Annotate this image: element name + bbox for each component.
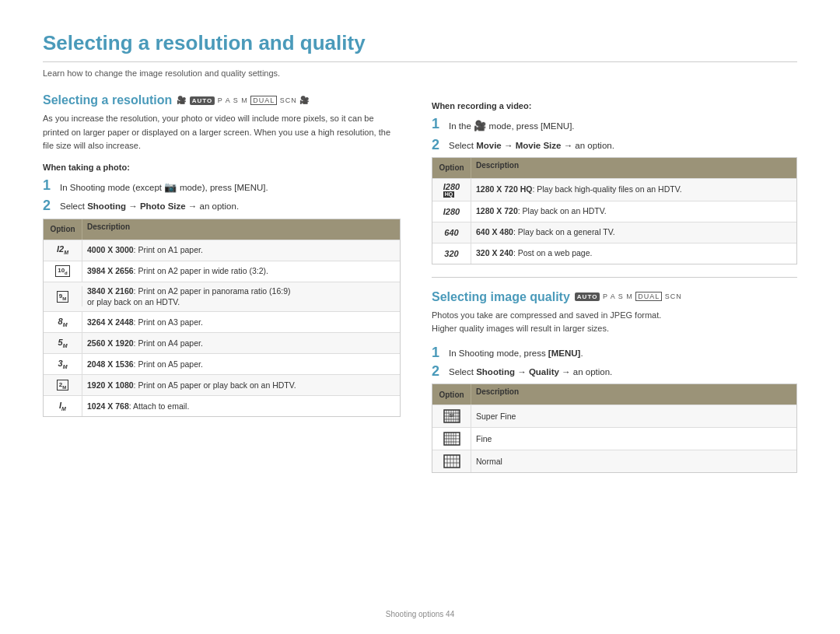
header-desc: Description <box>82 219 400 240</box>
header-option: Option <box>44 219 82 240</box>
resolution-description: As you increase the resolution, your pho… <box>43 112 401 153</box>
table-row: Fine <box>432 427 796 450</box>
table-row: 9M 3840 X 2160: Print on A2 paper in pan… <box>44 282 400 311</box>
camera-icon: 📷 <box>164 181 180 193</box>
table-row: Normal <box>432 450 796 472</box>
table-header: Option Description <box>432 158 796 178</box>
page: Selecting a resolution and quality Learn… <box>0 0 840 634</box>
table-row: I280 HQ 1280 X 720 HQ: Play back high-qu… <box>432 178 796 201</box>
page-footer: Shooting options 44 <box>0 610 840 618</box>
left-column: Selecting a resolution 🎥 AUTO P A S M DU… <box>43 93 401 473</box>
quality-section-title: Selecting image quality AUTO P A S M DUA… <box>432 290 797 304</box>
table-row: 640 640 X 480: Play back on a general TV… <box>432 222 796 243</box>
section-divider <box>432 277 797 278</box>
when-photo-label: When taking a photo: <box>43 163 401 172</box>
photo-size-table: Option Description I2M 4000 X 3000: Prin… <box>43 219 401 417</box>
step2-video: 2 Select Movie → Movie Size → an option. <box>432 138 797 152</box>
table-header: Option Description <box>432 384 796 405</box>
svg-rect-20 <box>444 455 460 468</box>
svg-text:SF: SF <box>449 413 453 418</box>
video-camera-icon: 🎥 <box>474 120 489 131</box>
step2-quality: 2 Select Shooting → Quality → an option. <box>432 364 797 379</box>
table-row: 5M 2560 X 1920: Print on A4 paper. <box>44 332 400 353</box>
table-row: SF Super Fine <box>432 405 796 427</box>
step1-quality: 1 In Shooting mode, press [MENU]. <box>432 345 797 360</box>
table-row: 320 320 X 240: Post on a web page. <box>432 243 796 264</box>
page-subtitle: Learn how to change the image resolution… <box>43 68 797 78</box>
table-row: 10d 3984 X 2656: Print on A2 paper in wi… <box>44 261 400 282</box>
resolution-section-title: Selecting a resolution 🎥 AUTO P A S M DU… <box>43 93 401 107</box>
table-row: 3M 2048 X 1536: Print on A5 paper. <box>44 353 400 374</box>
table-row: 2M 1920 X 1080: Print on A5 paper or pla… <box>44 374 400 395</box>
table-row: I280 1280 X 720: Play back on an HDTV. <box>432 201 796 222</box>
step1-video: 1 In the 🎥 mode, press [MENU]. <box>432 117 797 134</box>
table-header: Option Description <box>44 219 400 240</box>
table-row: 8M 3264 X 2448: Print on A3 paper. <box>44 311 400 332</box>
two-column-layout: Selecting a resolution 🎥 AUTO P A S M DU… <box>43 93 797 473</box>
step1-photo: 1 In Shooting mode (except 📷 mode), pres… <box>43 178 401 195</box>
table-row: IM 1024 X 768: Attach to email. <box>44 395 400 416</box>
when-video-label: When recording a video: <box>432 101 797 110</box>
step2-photo: 2 Select Shooting → Photo Size → an opti… <box>43 198 401 213</box>
table-row: I2M 4000 X 3000: Print on A1 paper. <box>44 240 400 261</box>
right-column: When recording a video: 1 In the 🎥 mode,… <box>432 93 797 473</box>
page-title: Selecting a resolution and quality <box>43 31 797 62</box>
video-size-table: Option Description I280 HQ 1280 X 720 HQ… <box>432 157 797 264</box>
quality-description: Photos you take are compressed and saved… <box>432 309 797 336</box>
quality-table: Option Description <box>432 384 797 473</box>
